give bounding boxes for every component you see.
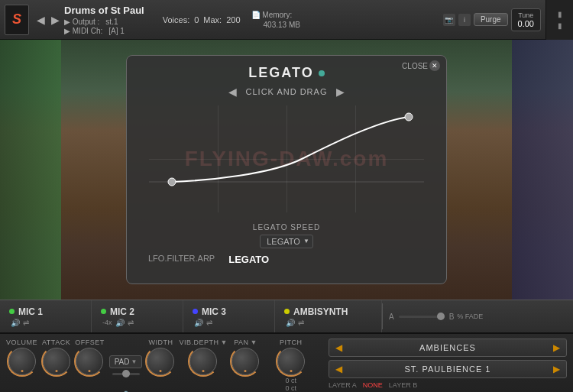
vibdepth-label-row: VIB.DEPTH ▼ [179, 339, 227, 346]
modal-next-button[interactable]: ▶ [336, 86, 345, 98]
ambisynth-controls: 🔊 ⇌ [284, 319, 372, 327]
mic3-link-icon[interactable]: ⇌ [206, 319, 212, 327]
paulbience-label: ST. PAULBIENCE 1 [404, 364, 490, 374]
pad-slider[interactable] [112, 373, 140, 375]
mic3-speaker-icon[interactable]: 🔊 [194, 319, 203, 327]
svg-point-2 [405, 113, 413, 121]
ambiences-right-arrow: ▶ [553, 342, 560, 353]
volume-knob-ring [7, 346, 37, 377]
voices-label: Voices: [163, 15, 189, 24]
logo-icon: S [12, 11, 21, 28]
pad-slider-thumb[interactable] [122, 370, 130, 377]
mic2-status-dot [101, 309, 106, 314]
mic2-speaker-icon[interactable]: 🔊 [115, 319, 125, 327]
modal-speed-label: LEGATO SPEED [253, 223, 320, 232]
top-bar: S ◀ ▶ Drums of St Paul ▶ Output : st.1 ▶… [0, 0, 573, 40]
legato-tab[interactable]: LEGATO [221, 251, 277, 267]
attack-label: ATTACK [42, 339, 70, 346]
vibdepth-knob[interactable] [189, 348, 217, 375]
modal-dropdown[interactable]: LEGATO ▼ [260, 235, 313, 248]
pan-knob-ring [230, 346, 261, 377]
mic1-status-dot [9, 309, 15, 314]
mic2-link-icon[interactable]: ⇌ [128, 319, 134, 327]
mic-bar: MIC 1 🔊 ⇌ MIC 2 -4x 🔊 ⇌ MIC 3 🔊 ⇌ [0, 300, 573, 333]
modal-bottom-section: LEGATO SPEED LEGATO ▼ LFO.FILTER.ARP LEG… [142, 223, 431, 267]
lfo-filter-arp-tab[interactable]: LFO.FILTER.ARP [142, 251, 221, 267]
ambisynth-speaker-icon[interactable]: 🔊 [286, 319, 295, 327]
mic3-controls: 🔊 ⇌ [193, 319, 265, 327]
modal-curve-area[interactable]: FLYING-DAW.com [149, 105, 424, 212]
layer-none-label[interactable]: NONE [363, 381, 383, 389]
pad-dropdown[interactable]: PAD ▼ [109, 355, 143, 368]
volume-knob[interactable] [8, 348, 36, 375]
width-knob[interactable] [147, 348, 174, 375]
info-icon[interactable]: i [458, 14, 471, 26]
mic3-top: MIC 3 [193, 306, 265, 317]
paulbience-button[interactable]: ◀ ST. PAULBIENCE 1 ▶ [329, 360, 567, 378]
attack-knob-group: ATTACK [42, 339, 70, 375]
modal-nav-label: CLICK AND DRAG [246, 87, 328, 96]
ambiences-left-arrow: ◀ [335, 342, 342, 353]
mic2-label: MIC 2 [110, 306, 134, 317]
vibdepth-knob-group: VIB.DEPTH ▼ [179, 339, 227, 375]
pitch-coarse-value: 0 ct [285, 377, 296, 384]
modal-close-button[interactable]: CLOSE ✕ [402, 60, 440, 71]
mic1-speaker-icon[interactable]: 🔊 [11, 319, 20, 327]
offset-knob[interactable] [76, 348, 103, 375]
modal-overlay: CLOSE ✕ LEGATO ◀ CLICK AND DRAG ▶ [0, 40, 573, 300]
paulbience-right-arrow: ▶ [553, 364, 560, 374]
ambisynth-top: AMBISYNTH [284, 306, 372, 317]
close-x-icon[interactable]: ✕ [429, 60, 440, 71]
pitch-knob[interactable] [277, 348, 305, 375]
svg-point-1 [168, 178, 176, 186]
tune-value: 0.00 [518, 19, 534, 28]
output-label: ▶ Output : [64, 18, 99, 26]
pan-label: PAN [234, 339, 248, 346]
offset-label: OFFSET [75, 339, 105, 346]
layer-b-label: LAYER B [389, 381, 417, 389]
fade-slider-thumb[interactable] [437, 313, 445, 320]
mic3-status-dot [193, 309, 198, 314]
attack-knob[interactable] [43, 348, 70, 375]
output-row: ▶ Output : st.1 [64, 18, 144, 26]
ambiences-button[interactable]: ◀ AMBIENCES ▶ [329, 339, 567, 357]
modal-prev-button[interactable]: ◀ [228, 86, 237, 98]
ambisynth-status-dot [284, 309, 290, 314]
mic2-tab[interactable]: MIC 2 -4x 🔊 ⇌ [92, 300, 183, 332]
prev-instrument-button[interactable]: ◀ [35, 12, 47, 28]
top-bar-info: ▶ Output : st.1 ▶ MIDI Ch: [A] 1 [64, 18, 144, 35]
fade-bar-container: A B % FADE [383, 300, 573, 332]
mic1-tab[interactable]: MIC 1 🔊 ⇌ [0, 300, 92, 332]
top-bar-left: S ◀ ▶ Drums of St Paul ▶ Output : st.1 ▶… [0, 5, 443, 35]
vibdepth-knob-ring [188, 346, 219, 377]
pitch-knob-group: PITCH 0 ct 0 ct COARSE ◆ FINE [264, 339, 318, 392]
offset-knob-group: OFFSET [75, 339, 105, 375]
midi-label: ▶ MIDI Ch: [64, 27, 102, 35]
mic2-controls: -4x 🔊 ⇌ [101, 319, 173, 327]
mic3-tab[interactable]: MIC 3 🔊 ⇌ [183, 300, 275, 332]
volume-knob-group: VOLUME [6, 339, 37, 375]
mic1-link-icon[interactable]: ⇌ [23, 319, 29, 327]
midi-value: [A] 1 [108, 27, 125, 35]
bottom-right-panel: ◀ AMBIENCES ▶ ◀ ST. PAULBIENCE 1 ▶ LAYER… [329, 339, 567, 389]
fade-slider[interactable] [399, 316, 445, 318]
modal-tabs-row: LFO.FILTER.ARP LEGATO [142, 251, 431, 267]
ambisynth-tab[interactable]: AMBISYNTH 🔊 ⇌ [275, 300, 382, 332]
voices-value: 0 [194, 15, 199, 24]
bottom-controls: VOLUME ATTACK OFFSET PAD ▼ 🔒 [0, 333, 573, 392]
pan-knob[interactable] [231, 348, 259, 375]
camera-icon[interactable]: 📷 [443, 14, 455, 26]
vibdepth-arrow: ▼ [220, 339, 227, 346]
next-instrument-button[interactable]: ▶ [50, 12, 61, 28]
fade-label-a: A [389, 313, 394, 321]
modal-panel: CLOSE ✕ LEGATO ◀ CLICK AND DRAG ▶ [126, 55, 447, 284]
vibdepth-label: VIB.DEPTH [179, 339, 219, 346]
purge-button[interactable]: Purge [474, 13, 508, 26]
ambisynth-link-icon[interactable]: ⇌ [298, 319, 304, 327]
pad-dropdown-arrow: ▼ [131, 358, 138, 365]
fade-percent-label: % FADE [457, 313, 483, 320]
modal-close-label: CLOSE [402, 62, 428, 70]
midi-row: ▶ MIDI Ch: [A] 1 [64, 27, 144, 35]
fade-label-b: B [449, 313, 455, 321]
curve-svg[interactable] [149, 105, 424, 212]
